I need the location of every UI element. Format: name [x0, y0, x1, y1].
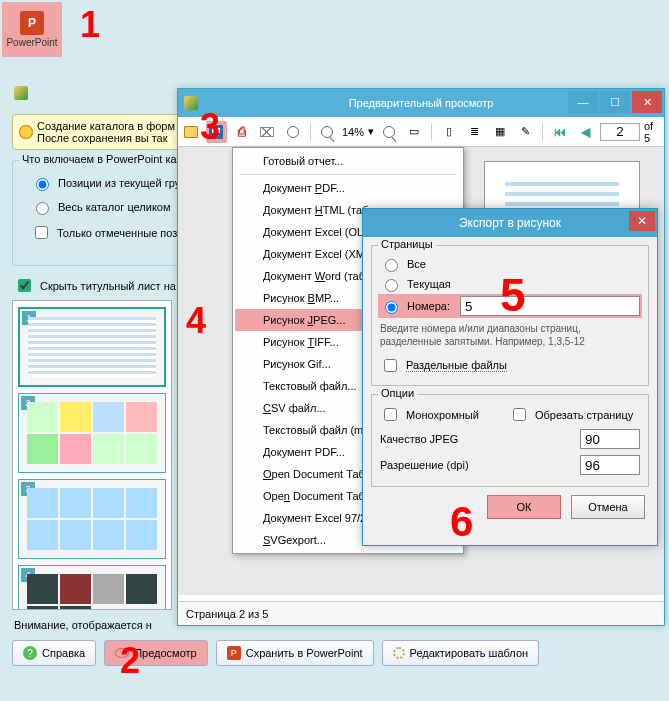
maximize-button[interactable]: ☐ [600, 91, 630, 113]
radio-page-numbers[interactable]: Номера: [380, 296, 450, 316]
folder-icon [184, 126, 198, 138]
bulb-icon [19, 125, 33, 139]
edit-page-button[interactable]: ✎ [515, 121, 537, 143]
page-hint: Введите номера и/или диапазоны страниц, … [380, 322, 640, 348]
zoom-in-icon [321, 126, 333, 138]
find-button[interactable] [282, 121, 304, 143]
single-page-button[interactable]: ▯ [438, 121, 460, 143]
warning-label: Внимание, отображается н [14, 619, 152, 631]
pdf-icon: ⎙ [238, 124, 246, 139]
mail-icon [260, 127, 274, 137]
edit-template-button[interactable]: Редактировать шаблон [382, 640, 540, 666]
preview-app-icon [184, 96, 198, 110]
check-crop-page[interactable]: Обрезать страницу [509, 403, 633, 426]
email-button[interactable] [257, 121, 279, 143]
annotation-3: 3 [200, 106, 220, 148]
find-icon [287, 126, 299, 138]
export-close-button[interactable]: ✕ [629, 211, 655, 231]
thumbnail-view-button[interactable]: ▦ [489, 121, 511, 143]
hint-line1: Создание каталога в форм [37, 120, 175, 132]
bottom-bar: ?Справка Предосмотр PСхранить в PowerPoi… [12, 640, 661, 668]
annotation-2: 2 [120, 640, 140, 682]
check-marked-only[interactable]: Только отмеченные пози [21, 219, 201, 246]
preview-title: Предварительный просмотр [349, 97, 494, 109]
export-titlebar[interactable]: Экспорт в рисунок ✕ [363, 209, 657, 237]
first-page-button[interactable]: ⏮ [549, 121, 571, 143]
preview-titlebar[interactable]: Предварительный просмотр — ☐ ✕ [178, 89, 664, 117]
thumbnail-4[interactable]: 4 [18, 565, 166, 610]
quality-label: Качество JPEG [380, 433, 458, 445]
menu-pdf[interactable]: Документ PDF... [235, 177, 461, 199]
powerpoint-icon: P [20, 11, 44, 35]
help-icon: ? [23, 646, 37, 660]
fit-page-button[interactable]: ▭ [404, 121, 426, 143]
thumbnail-list[interactable]: 1 2 3 4 [12, 300, 172, 610]
page-of-label: of 5 [644, 120, 662, 144]
quality-input[interactable] [580, 429, 640, 449]
page-number-input[interactable] [600, 123, 640, 141]
zoom-in-button[interactable] [316, 121, 338, 143]
page-numbers-input[interactable] [460, 296, 640, 316]
annotation-1: 1 [80, 4, 100, 46]
close-button[interactable]: ✕ [632, 91, 662, 113]
save-powerpoint-button[interactable]: PСхранить в PowerPoint [216, 640, 374, 666]
zoom-dropdown-icon[interactable]: ▾ [368, 125, 374, 138]
zoom-out-icon [383, 126, 395, 138]
thumbnail-3[interactable]: 3 [18, 479, 166, 559]
gear-icon [393, 647, 405, 659]
panel-icon [14, 86, 28, 100]
options-fieldset: Опции Монохромный Обрезать страницу Каче… [371, 394, 649, 487]
export-title: Экспорт в рисунок [459, 216, 561, 230]
options-legend: Опции [378, 387, 417, 399]
powerpoint-small-icon: P [227, 646, 241, 660]
prev-page-button[interactable]: ◀ [574, 121, 596, 143]
thumbnail-1[interactable]: 1 [18, 307, 166, 387]
preview-statusbar: Страница 2 из 5 [178, 601, 664, 625]
export-dialog: Экспорт в рисунок ✕ Страницы Все Текущая… [362, 208, 658, 546]
preview-toolbar: ⎙ 14% ▾ ▭ ▯ ≣ ▦ ✎ ⏮ ◀ of 5 [178, 117, 664, 147]
zoom-value[interactable]: 14% [342, 126, 364, 138]
menu-ready-report[interactable]: Готовый отчет... [235, 150, 461, 172]
help-button[interactable]: ?Справка [12, 640, 96, 666]
annotation-4: 4 [186, 300, 206, 342]
radio-whole-catalog[interactable]: Весь каталог целиком [21, 195, 201, 219]
include-title: Что включаем в PowerPoint ка [19, 153, 180, 165]
dpi-label: Разрешение (dpi) [380, 459, 469, 471]
zoom-out-button[interactable] [378, 121, 400, 143]
radio-current-group[interactable]: Позиции из текущей групп [21, 171, 201, 195]
annotation-5: 5 [500, 268, 526, 322]
dpi-input[interactable] [580, 455, 640, 475]
minimize-button[interactable]: — [568, 91, 598, 113]
annotation-6: 6 [450, 498, 473, 546]
check-hide-title[interactable]: Скрыть титульный лист на [14, 276, 176, 295]
status-page: Страница 2 из 5 [186, 608, 268, 620]
check-separate-files[interactable]: Раздельные файлы [380, 354, 640, 377]
pages-legend: Страницы [378, 238, 436, 250]
cancel-button[interactable]: Отмена [571, 495, 645, 519]
open-button[interactable] [180, 121, 202, 143]
powerpoint-label: PowerPoint [6, 37, 57, 48]
hint-line2: После сохранения вы так [37, 132, 175, 144]
thumbnail-2[interactable]: 2 [18, 393, 166, 473]
check-monochrome[interactable]: Монохромный [380, 403, 479, 426]
ok-button[interactable]: ОК [487, 495, 561, 519]
export-pdf-button[interactable]: ⎙ [231, 121, 253, 143]
powerpoint-button[interactable]: P PowerPoint [2, 2, 62, 57]
continuous-button[interactable]: ≣ [464, 121, 486, 143]
